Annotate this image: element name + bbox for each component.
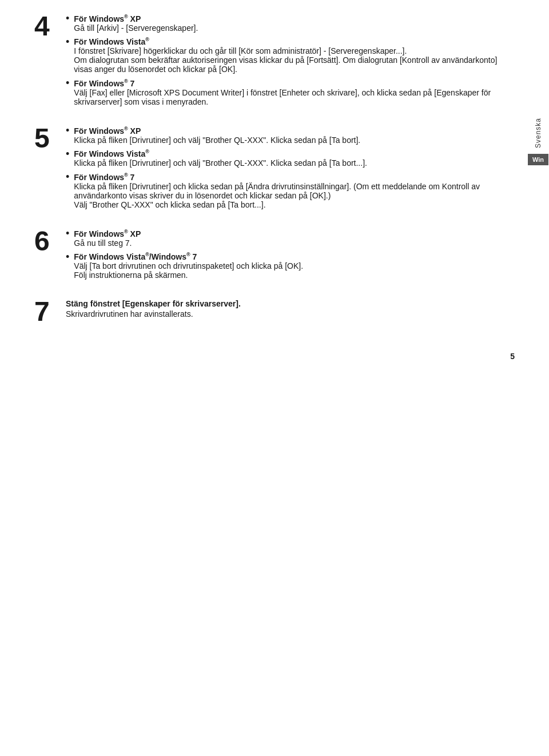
instruction-text-2: Om dialogrutan som bekräftar auktoriseri… bbox=[74, 55, 497, 74]
step-5-block: 5 • För Windows® XP Klicka på fliken [Dr… bbox=[34, 124, 515, 214]
instruction-text: Klicka på fliken [Drivrutiner] och välj … bbox=[74, 158, 367, 168]
instruction-text: Välj [Ta bort drivrutinen och drivrutins… bbox=[74, 261, 303, 270]
bullet-icon: • bbox=[66, 171, 69, 183]
bullet-content: För Windows Vista®/Windows® 7 Välj [Ta b… bbox=[74, 252, 515, 280]
step-7-normal-text: Skrivardrivrutinen har avinstallerats. bbox=[66, 309, 515, 319]
bullet-icon: • bbox=[66, 148, 69, 160]
step-6-content: • För Windows® XP Gå nu till steg 7. • F… bbox=[66, 226, 515, 284]
instruction-text-2: Följ instruktionerna på skärmen. bbox=[74, 270, 188, 280]
os-label: För Windows® XP bbox=[74, 126, 141, 136]
os-label: För Windows® XP bbox=[74, 14, 141, 23]
step-7-number: 7 bbox=[34, 297, 66, 325]
step-4-list: • För Windows® XP Gå till [Arkiv] - [Ser… bbox=[66, 14, 515, 106]
instruction-text: Gå till [Arkiv] - [Serveregenskaper]. bbox=[74, 23, 198, 33]
instruction-text: Klicka på fliken [Drivrutiner] och klick… bbox=[74, 182, 480, 200]
os-label: För Windows® 7 bbox=[74, 173, 134, 182]
page-number: 5 bbox=[510, 352, 515, 361]
list-item: • För Windows® 7 Klicka på fliken [Drivr… bbox=[66, 172, 515, 209]
bullet-icon: • bbox=[66, 251, 69, 263]
step-6-list: • För Windows® XP Gå nu till steg 7. • F… bbox=[66, 229, 515, 280]
step-6-number: 6 bbox=[34, 226, 66, 284]
list-item: • För Windows® XP Gå nu till steg 7. bbox=[66, 229, 515, 248]
sidebar-win-badge: Win bbox=[528, 154, 548, 165]
sidebar-language-label: Svenska bbox=[534, 114, 542, 152]
step-5-number: 5 bbox=[34, 124, 66, 214]
bullet-icon: • bbox=[66, 77, 69, 89]
step-6-block: 6 • För Windows® XP Gå nu till steg 7. •… bbox=[34, 226, 515, 284]
list-item: • För Windows® XP Gå till [Arkiv] - [Ser… bbox=[66, 14, 515, 33]
bullet-content: För Windows® XP Klicka på fliken [Drivru… bbox=[74, 126, 515, 145]
step-5-content: • För Windows® XP Klicka på fliken [Driv… bbox=[66, 124, 515, 214]
right-sidebar: Svenska Win bbox=[527, 114, 549, 165]
step-4-number: 4 bbox=[34, 11, 66, 111]
os-label: För Windows® 7 bbox=[74, 79, 134, 88]
instruction-text: Välj [Fax] eller [Microsoft XPS Document… bbox=[74, 88, 491, 106]
step-5-list: • För Windows® XP Klicka på fliken [Driv… bbox=[66, 126, 515, 209]
step-4-block: 4 • För Windows® XP Gå till [Arkiv] - [S… bbox=[34, 11, 515, 111]
bullet-icon: • bbox=[66, 36, 69, 48]
bullet-icon: • bbox=[66, 125, 69, 137]
bullet-icon: • bbox=[66, 13, 69, 25]
bullet-content: För Windows Vista® I fönstret [Skrivare]… bbox=[74, 37, 515, 74]
instruction-text: I fönstret [Skrivare] högerklickar du oc… bbox=[74, 46, 407, 55]
step-7-block: 7 Stäng fönstret [Egenskaper för skrivar… bbox=[34, 297, 515, 325]
bullet-content: För Windows® 7 Klicka på fliken [Drivrut… bbox=[74, 172, 515, 209]
os-label: För Windows Vista® bbox=[74, 149, 149, 158]
os-label: För Windows Vista®/Windows® 7 bbox=[74, 252, 197, 261]
bullet-content: För Windows® XP Gå nu till steg 7. bbox=[74, 229, 515, 248]
instruction-text-2: Välj "Brother QL-XXX" och klicka sedan p… bbox=[74, 200, 265, 209]
instruction-text: Gå nu till steg 7. bbox=[74, 238, 132, 248]
list-item: • För Windows Vista® Klicka på fliken [D… bbox=[66, 149, 515, 168]
list-item: • För Windows® XP Klicka på fliken [Driv… bbox=[66, 126, 515, 145]
step-4-content: • För Windows® XP Gå till [Arkiv] - [Ser… bbox=[66, 11, 515, 111]
bullet-icon: • bbox=[66, 228, 69, 240]
list-item: • För Windows Vista® I fönstret [Skrivar… bbox=[66, 37, 515, 74]
os-label: För Windows® XP bbox=[74, 229, 141, 238]
bullet-content: För Windows® 7 Välj [Fax] eller [Microso… bbox=[74, 78, 515, 106]
step-7-bold-text: Stäng fönstret [Egenskaper för skrivarse… bbox=[66, 299, 515, 308]
step-7-bold-label: Stäng fönstret [Egenskaper för skrivarse… bbox=[66, 299, 241, 308]
step-7-content: Stäng fönstret [Egenskaper för skrivarse… bbox=[66, 297, 515, 325]
bullet-content: För Windows Vista® Klicka på fliken [Dri… bbox=[74, 149, 515, 168]
instruction-text: Klicka på fliken [Drivrutiner] och välj … bbox=[74, 136, 360, 145]
bullet-content: För Windows® XP Gå till [Arkiv] - [Serve… bbox=[74, 14, 515, 33]
list-item: • För Windows® 7 Välj [Fax] eller [Micro… bbox=[66, 78, 515, 106]
os-label: För Windows Vista® bbox=[74, 37, 149, 46]
list-item: • För Windows Vista®/Windows® 7 Välj [Ta… bbox=[66, 252, 515, 280]
page-container: 4 • För Windows® XP Gå till [Arkiv] - [S… bbox=[0, 0, 549, 372]
